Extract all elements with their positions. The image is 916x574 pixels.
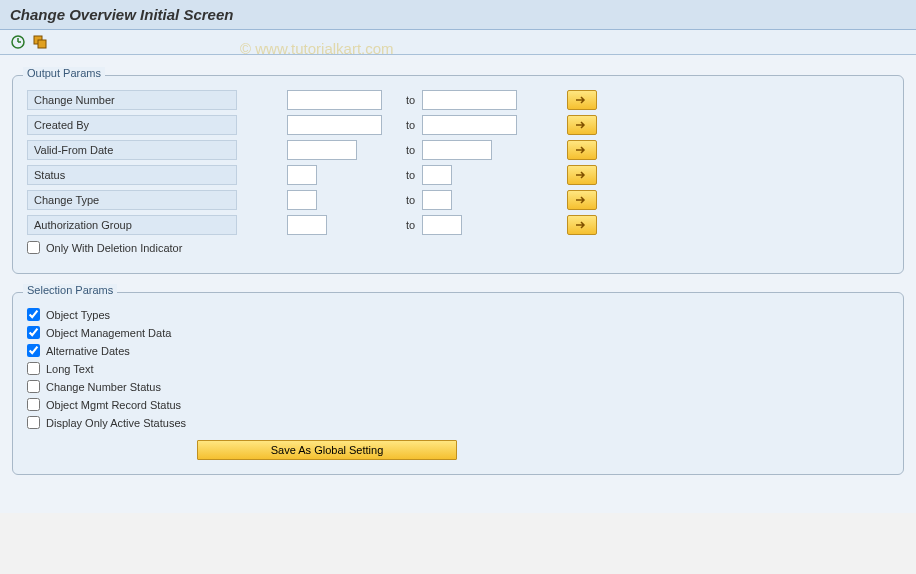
variant-icon[interactable]	[32, 34, 48, 50]
to-label: to	[382, 219, 422, 231]
output-params-group: Output Params Change Number to Created B…	[12, 75, 904, 274]
to-label: to	[382, 169, 422, 181]
cb-change-number-status-row: Change Number Status	[27, 380, 889, 393]
cb-object-types[interactable]	[27, 308, 40, 321]
content-area: Output Params Change Number to Created B…	[0, 55, 916, 513]
cb-long-text[interactable]	[27, 362, 40, 375]
status-to-input[interactable]	[422, 165, 452, 185]
row-auth-group: Authorization Group to	[27, 214, 889, 236]
status-from-input[interactable]	[287, 165, 317, 185]
change-number-to-input[interactable]	[422, 90, 517, 110]
row-status: Status to	[27, 164, 889, 186]
deletion-indicator-checkbox[interactable]	[27, 241, 40, 254]
created-by-to-input[interactable]	[422, 115, 517, 135]
save-global-setting-button[interactable]: Save As Global Setting	[197, 440, 457, 460]
multi-select-button[interactable]	[567, 215, 597, 235]
execute-icon[interactable]	[10, 34, 26, 50]
to-label: to	[382, 144, 422, 156]
row-change-number: Change Number to	[27, 89, 889, 111]
multi-select-button[interactable]	[567, 90, 597, 110]
auth-group-from-input[interactable]	[287, 215, 327, 235]
svg-rect-4	[38, 40, 46, 48]
auth-group-to-input[interactable]	[422, 215, 462, 235]
multi-select-button[interactable]	[567, 190, 597, 210]
cb-object-mgmt-data[interactable]	[27, 326, 40, 339]
multi-select-button[interactable]	[567, 140, 597, 160]
valid-from-date-to-input[interactable]	[422, 140, 492, 160]
cb-object-types-label: Object Types	[46, 309, 110, 321]
toolbar	[0, 30, 916, 55]
multi-select-button[interactable]	[567, 115, 597, 135]
created-by-from-input[interactable]	[287, 115, 382, 135]
cb-object-mgmt-record-status-label: Object Mgmt Record Status	[46, 399, 181, 411]
cb-display-active-statuses[interactable]	[27, 416, 40, 429]
selection-params-group: Selection Params Object Types Object Man…	[12, 292, 904, 475]
deletion-indicator-row: Only With Deletion Indicator	[27, 241, 889, 254]
to-label: to	[382, 119, 422, 131]
cb-alt-dates[interactable]	[27, 344, 40, 357]
deletion-indicator-label: Only With Deletion Indicator	[46, 242, 182, 254]
cb-display-active-statuses-label: Display Only Active Statuses	[46, 417, 186, 429]
output-params-title: Output Params	[23, 67, 105, 79]
valid-from-date-from-input[interactable]	[287, 140, 357, 160]
cb-alt-dates-label: Alternative Dates	[46, 345, 130, 357]
label-status: Status	[27, 165, 237, 185]
cb-alt-dates-row: Alternative Dates	[27, 344, 889, 357]
cb-long-text-label: Long Text	[46, 363, 94, 375]
cb-object-types-row: Object Types	[27, 308, 889, 321]
header-bar: Change Overview Initial Screen	[0, 0, 916, 30]
to-label: to	[382, 94, 422, 106]
page-title: Change Overview Initial Screen	[10, 6, 906, 23]
row-created-by: Created By to	[27, 114, 889, 136]
label-created-by: Created By	[27, 115, 237, 135]
cb-object-mgmt-record-status[interactable]	[27, 398, 40, 411]
cb-change-number-status-label: Change Number Status	[46, 381, 161, 393]
change-type-from-input[interactable]	[287, 190, 317, 210]
cb-long-text-row: Long Text	[27, 362, 889, 375]
selection-params-title: Selection Params	[23, 284, 117, 296]
label-valid-from-date: Valid-From Date	[27, 140, 237, 160]
row-change-type: Change Type to	[27, 189, 889, 211]
cb-object-mgmt-record-status-row: Object Mgmt Record Status	[27, 398, 889, 411]
cb-change-number-status[interactable]	[27, 380, 40, 393]
label-auth-group: Authorization Group	[27, 215, 237, 235]
row-valid-from-date: Valid-From Date to	[27, 139, 889, 161]
label-change-type: Change Type	[27, 190, 237, 210]
change-number-from-input[interactable]	[287, 90, 382, 110]
cb-object-mgmt-data-row: Object Management Data	[27, 326, 889, 339]
cb-display-active-statuses-row: Display Only Active Statuses	[27, 416, 889, 429]
cb-object-mgmt-data-label: Object Management Data	[46, 327, 171, 339]
change-type-to-input[interactable]	[422, 190, 452, 210]
to-label: to	[382, 194, 422, 206]
label-change-number: Change Number	[27, 90, 237, 110]
multi-select-button[interactable]	[567, 165, 597, 185]
